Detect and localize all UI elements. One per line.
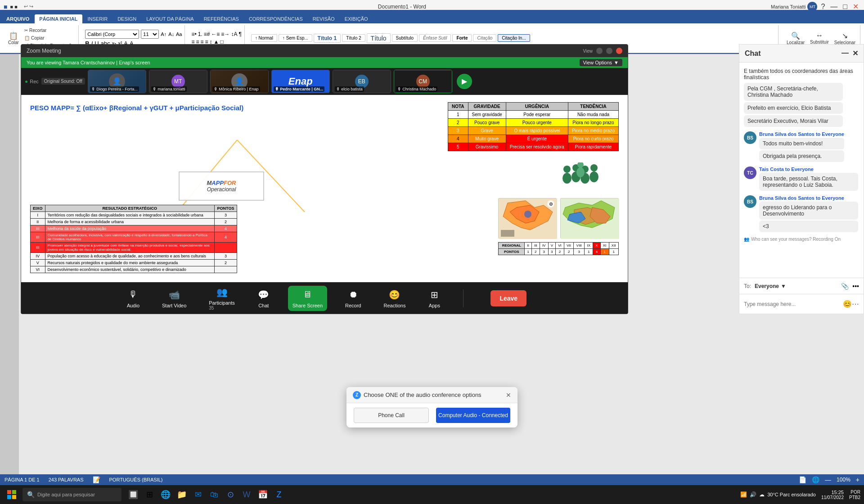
chat-recording-notice: 👥 Who can see your messages? Recording O… xyxy=(744,237,859,242)
show-formatting-btn[interactable]: ¶ xyxy=(238,31,241,37)
substituir-button[interactable]: ↔ Substituir xyxy=(808,31,831,45)
taskbar-taskview-icon[interactable]: ⊞ xyxy=(142,487,157,502)
chat-close-icon[interactable]: ✕ xyxy=(852,49,858,58)
zoom-rec-indicator: ● Rec xyxy=(25,78,39,85)
increase-indent-btn[interactable]: ≡→ xyxy=(221,31,230,37)
map-row-top: ⚙ xyxy=(498,198,619,238)
chat-minimize-icon[interactable]: — xyxy=(842,49,849,58)
status-zoom-in-icon[interactable]: + xyxy=(856,476,860,483)
chat-emoji-icon[interactable]: 😊 xyxy=(843,300,852,308)
svg-point-9 xyxy=(590,171,598,182)
decrease-indent-btn[interactable]: ←≡ xyxy=(211,31,220,37)
taskbar-sound-icon[interactable]: 🔊 xyxy=(750,491,756,498)
reactions-button[interactable]: 😊 Reactions xyxy=(379,286,410,311)
taskbar-search-label: Digite aqui para pesquisar xyxy=(37,492,95,497)
map1-settings-icon[interactable]: ⚙ xyxy=(547,200,554,207)
taskbar-mail-icon[interactable]: ✉ xyxy=(191,487,205,502)
copiar-button[interactable]: 📋 Copiar xyxy=(22,35,76,41)
taskbar-network-icon[interactable]: 📶 xyxy=(740,491,747,498)
tab-pagina-inicial[interactable]: PÁGINA INICIAL xyxy=(35,14,82,23)
taskbar-cortana-icon[interactable]: 🔲 xyxy=(126,487,140,502)
zoom-minimize-btn[interactable] xyxy=(596,48,603,54)
tab-design[interactable]: DESIGN xyxy=(113,14,141,23)
paste-button[interactable]: 📋 Colar xyxy=(6,31,21,46)
audio-dialog-close-icon[interactable]: ✕ xyxy=(506,392,511,399)
tab-correspondencias[interactable]: CORRESPONDÊNCIAS xyxy=(244,14,307,23)
status-view-web-icon[interactable]: 🌐 xyxy=(812,476,819,483)
tais-avatar: TC xyxy=(744,166,756,179)
selecionar-button[interactable]: ↘ Selecionar xyxy=(832,31,857,46)
chat-button[interactable]: 💬 Chat xyxy=(253,286,274,311)
tab-arquivo[interactable]: ARQUIVO xyxy=(2,14,34,23)
style-enfase-sutil[interactable]: Ênfase Sutil xyxy=(419,34,451,42)
participant-thumb-monica: 👤 🎙 Mônica Ribeiro | Enap xyxy=(210,70,269,93)
share-screen-button[interactable]: 🖥 Share Screen xyxy=(288,286,327,311)
chat-input[interactable] xyxy=(744,301,841,307)
video-button[interactable]: 📹 Start Video xyxy=(158,286,191,311)
zoom-view-btn[interactable]: View xyxy=(583,49,593,54)
style-citacao-int[interactable]: Citação In... xyxy=(498,34,530,42)
participant-name-monica: 🎙 Mônica Ribeiro | Enap xyxy=(212,86,260,92)
tab-referencias[interactable]: REFERÊNCIAS xyxy=(199,14,243,23)
participants-button[interactable]: 👥 Participants 35 xyxy=(204,283,239,313)
style-subtitulo[interactable]: Subtítulo xyxy=(392,34,418,42)
taskbar-search-icon: 🔍 xyxy=(27,491,35,498)
style-titulo1[interactable]: Título 1 xyxy=(314,34,341,43)
style-sem-esp[interactable]: ↑ Sem Esp... xyxy=(279,34,312,42)
style-citacao[interactable]: Citação xyxy=(473,34,496,42)
taskbar-search[interactable]: 🔍 Digite aqui para pesquisar xyxy=(22,488,122,501)
chat-to-select[interactable]: Everyone ▼ xyxy=(755,283,786,289)
zoom-window: Zoom Meeting View You are viewing Tamara… xyxy=(21,44,628,314)
record-button[interactable]: ⏺ Record xyxy=(341,286,365,311)
zoom-maximize-btn[interactable] xyxy=(606,48,612,54)
phone-call-btn[interactable]: Phone Call xyxy=(354,408,429,423)
chat-more-options-icon[interactable]: ••• xyxy=(852,283,859,290)
taskbar-store-icon[interactable]: 🛍 xyxy=(207,487,221,502)
font-family-select[interactable]: Calibri (Corp xyxy=(85,30,139,39)
numbering-btn[interactable]: 1. xyxy=(198,31,202,37)
computer-audio-btn[interactable]: Computer Audio - Connected xyxy=(436,408,510,423)
sort-btn[interactable]: ↕A xyxy=(231,31,237,37)
result-row-6: IV População com acesso à educação de qu… xyxy=(31,253,237,260)
style-titulo2[interactable]: Título 2 xyxy=(342,34,365,42)
status-view-normal-icon[interactable]: 📄 xyxy=(799,476,806,483)
chat-header: Chat — ✕ xyxy=(739,45,864,63)
map-image-2 xyxy=(560,198,619,238)
view-options-btn[interactable]: View Options ▼ xyxy=(580,59,623,66)
style-normal[interactable]: ↑ Normal xyxy=(251,34,277,42)
zoom-close-btn[interactable] xyxy=(616,48,622,54)
leave-button[interactable]: Leave xyxy=(490,290,526,306)
tab-inserir[interactable]: INSERIR xyxy=(83,14,112,23)
taskbar-calendar-icon[interactable]: 📅 xyxy=(256,487,270,502)
tab-revisao[interactable]: REVISÃO xyxy=(308,14,339,23)
audio-dialog-header: Z Choose ONE of the audio conference opt… xyxy=(346,387,518,403)
style-titulo[interactable]: Título xyxy=(367,33,391,43)
font-grow-btn[interactable]: A↑ xyxy=(161,32,166,37)
next-participants-btn[interactable]: ▶ xyxy=(457,74,472,89)
chat-messages: E também todos os coordenadores das área… xyxy=(739,63,864,278)
tab-layout[interactable]: LAYOUT DA PÁGINA xyxy=(142,14,198,23)
start-button[interactable] xyxy=(4,486,20,503)
style-forte[interactable]: Forte xyxy=(452,34,472,42)
result-row-4: III Comunidade acolhedora, inclusiva, co… xyxy=(31,232,237,243)
taskbar-chrome-icon[interactable]: ⊙ xyxy=(223,487,238,502)
font-shrink-btn[interactable]: A↓ xyxy=(168,32,174,37)
taskbar-word-icon[interactable]: W xyxy=(239,487,254,502)
chat-more-icon[interactable]: ⋯ xyxy=(852,300,859,308)
original-sound-btn[interactable]: Original Sound: Off xyxy=(41,78,85,85)
bullets-btn[interactable]: ≡• xyxy=(191,31,196,37)
multilevel-btn[interactable]: ≡# xyxy=(204,31,210,37)
apps-button[interactable]: ⊞ Apps xyxy=(423,286,445,311)
taskbar-edge-icon[interactable]: 🌐 xyxy=(158,487,173,502)
taskbar-zoom-icon[interactable]: Z xyxy=(272,487,286,502)
recortar-button[interactable]: ✂ Recortar xyxy=(22,27,76,34)
taskbar-explorer-icon[interactable]: 📁 xyxy=(175,487,189,502)
chat-file-icon[interactable]: 📎 xyxy=(841,283,849,290)
clear-format-btn[interactable]: Aa xyxy=(176,32,182,37)
font-size-select[interactable]: 11 xyxy=(141,30,159,39)
windows-taskbar: 🔍 Digite aqui para pesquisar 🔲 ⊞ 🌐 📁 ✉ 🛍… xyxy=(0,485,864,504)
tab-exibicao[interactable]: EXIBIÇÃO xyxy=(340,14,373,23)
localizar-button[interactable]: 🔍 Localizar xyxy=(785,31,806,46)
audio-button[interactable]: 🎙 Audio xyxy=(122,286,144,311)
status-zoom-out-icon[interactable]: — xyxy=(825,476,831,483)
